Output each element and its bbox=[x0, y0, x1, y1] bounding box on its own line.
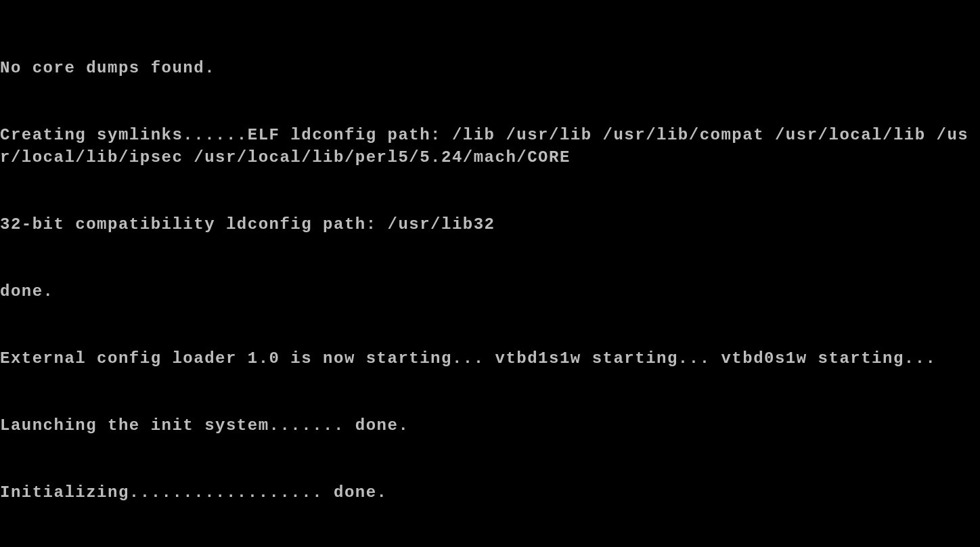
boot-line: No core dumps found. bbox=[0, 57, 977, 79]
boot-line: Launching the init system....... done. bbox=[0, 414, 977, 437]
boot-line: External config loader 1.0 is now starti… bbox=[0, 347, 977, 370]
boot-line: 32-bit compatibility ldconfig path: /usr… bbox=[0, 213, 977, 236]
terminal-output[interactable]: No core dumps found. Creating symlinks..… bbox=[0, 12, 977, 547]
boot-line: Initializing.................. done. bbox=[0, 481, 977, 504]
boot-line: Creating symlinks......ELF ldconfig path… bbox=[0, 124, 977, 169]
boot-line: done. bbox=[0, 280, 977, 303]
